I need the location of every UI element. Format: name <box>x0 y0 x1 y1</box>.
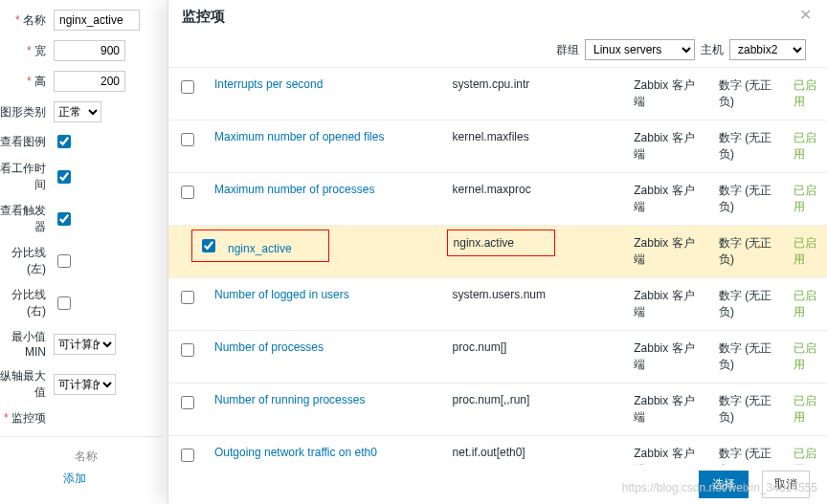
label-percent-right: 分比线(右) <box>0 287 54 319</box>
item-type: Zabbix 客户端 <box>626 173 711 226</box>
item-name-link[interactable]: Maximum number of processes <box>214 183 374 196</box>
item-type: Zabbix 客户端 <box>626 121 711 173</box>
item-status: 已启用 <box>793 289 816 318</box>
table-row: Interrupts per secondsystem.cpu.intrZabb… <box>168 68 827 121</box>
table-row: Maximum number of processeskernel.maxpro… <box>168 173 827 226</box>
row-checkbox[interactable] <box>181 80 194 94</box>
label-worktime: 看工作时间 <box>0 161 54 193</box>
item-name-link[interactable]: nginx_active <box>228 242 292 255</box>
item-name-link[interactable]: Number of processes <box>214 340 324 354</box>
height-input[interactable] <box>54 71 125 92</box>
row-checkbox[interactable] <box>181 133 194 146</box>
item-status: 已启用 <box>793 78 816 108</box>
table-row: Number of running processesproc.num[,,ru… <box>168 383 827 436</box>
items-table-scroll[interactable]: Interrupts per secondsystem.cpu.intrZabb… <box>168 67 827 466</box>
modal-cancel-button[interactable]: 取消 <box>762 471 810 498</box>
item-type: Zabbix 客户端 <box>626 226 711 278</box>
table-row: Number of logged in userssystem.users.nu… <box>168 278 827 331</box>
item-type: Zabbix 客户端 <box>626 383 711 436</box>
item-type: Zabbix 客户端 <box>626 278 711 331</box>
name-input[interactable] <box>54 10 140 31</box>
select-button[interactable]: 选择 <box>699 471 749 498</box>
label-width: 宽 <box>0 43 54 59</box>
row-checkbox[interactable] <box>181 396 194 409</box>
legend-checkbox[interactable] <box>57 135 71 148</box>
item-status: 已启用 <box>793 184 816 213</box>
ymin-select[interactable]: 可计算的 <box>54 334 116 355</box>
label-height: 高 <box>0 74 54 90</box>
graph-type-select[interactable]: 正常 <box>54 101 101 122</box>
percent-right-checkbox[interactable] <box>57 296 71 310</box>
item-data-type: 数字 (无正负) <box>711 436 786 467</box>
item-key: kernel.maxfiles <box>453 130 529 143</box>
item-type: Zabbix 客户端 <box>626 436 711 467</box>
item-key: system.cpu.intr <box>453 77 530 91</box>
item-name-link[interactable]: Number of running processes <box>214 393 365 406</box>
item-type: Zabbix 客户端 <box>626 331 711 383</box>
host-select[interactable]: zabbix2 <box>729 39 806 60</box>
item-status: 已启用 <box>793 236 816 266</box>
item-status: 已启用 <box>793 341 816 371</box>
item-status: 已启用 <box>793 394 816 424</box>
item-data-type: 数字 (无正负) <box>711 226 786 278</box>
add-item-link[interactable]: 添加 <box>63 471 86 485</box>
label-name: 名称 <box>0 12 54 29</box>
label-monitor-item: 监控项 <box>0 410 54 427</box>
item-data-type: 数字 (无正负) <box>711 121 786 173</box>
ymax-select[interactable]: 可计算的 <box>54 374 116 395</box>
label-percent-left: 分比线(左) <box>0 245 54 277</box>
monitor-item-sub: 名称 添加 <box>0 436 163 487</box>
label-legend: 查看图例 <box>0 134 54 150</box>
filter-row: 群组 Linux servers 主机 zabbix2 <box>168 33 827 68</box>
group-label: 群组 <box>556 42 579 58</box>
item-data-type: 数字 (无正负) <box>711 383 786 436</box>
item-name-link[interactable]: Outgoing network traffic on eth0 <box>214 446 377 459</box>
item-name-link[interactable]: Maximum number of opened files <box>214 130 384 143</box>
item-name-link[interactable]: Interrupts per second <box>214 77 323 91</box>
items-table: Interrupts per secondsystem.cpu.intrZabb… <box>168 67 827 466</box>
item-key: proc.num[] <box>453 340 507 354</box>
graph-form: 名称 宽 高 图形类别 正常 查看图例 看工作时间 查看触发器 分比线(左) 分… <box>0 0 163 504</box>
item-name-link[interactable]: Number of logged in users <box>214 288 349 301</box>
sub-name-header: 名称 <box>0 445 163 471</box>
item-key: net.if.out[eth0] <box>453 446 525 459</box>
row-checkbox[interactable] <box>181 449 194 462</box>
table-row: Number of processesproc.num[]Zabbix 客户端数… <box>168 331 827 383</box>
table-row: Maximum number of opened fileskernel.max… <box>168 121 827 173</box>
group-select[interactable]: Linux servers <box>585 39 695 60</box>
item-data-type: 数字 (无正负) <box>711 68 786 121</box>
worktime-checkbox[interactable] <box>57 170 71 184</box>
item-key: kernel.maxproc <box>453 183 531 196</box>
item-key: proc.num[,,run] <box>453 393 530 406</box>
row-checkbox[interactable] <box>181 291 194 304</box>
label-ymax: 纵轴最大值 <box>0 368 54 401</box>
row-checkbox[interactable] <box>202 239 215 252</box>
item-picker-modal: 监控项 ✕ 群组 Linux servers 主机 zabbix2 Interr… <box>168 0 827 504</box>
close-icon[interactable]: ✕ <box>799 8 812 23</box>
label-graph-type: 图形类别 <box>0 104 54 121</box>
table-row: Outgoing network traffic on eth0net.if.o… <box>168 436 827 467</box>
percent-left-checkbox[interactable] <box>57 254 71 268</box>
label-triggers: 查看触发器 <box>0 203 54 235</box>
item-type: Zabbix 客户端 <box>626 68 711 121</box>
modal-title: 监控项 <box>182 8 225 26</box>
host-label: 主机 <box>701 42 724 58</box>
table-row: nginx_activenginx.activeZabbix 客户端数字 (无正… <box>168 226 827 278</box>
row-checkbox[interactable] <box>181 343 194 357</box>
item-data-type: 数字 (无正负) <box>711 278 786 331</box>
width-input[interactable] <box>54 40 125 61</box>
triggers-checkbox[interactable] <box>57 212 71 226</box>
label-ymin: 最小值MIN <box>0 329 54 359</box>
item-data-type: 数字 (无正负) <box>711 173 786 226</box>
item-status: 已启用 <box>793 447 816 466</box>
item-data-type: 数字 (无正负) <box>711 331 786 383</box>
item-status: 已启用 <box>793 131 816 161</box>
item-key: system.users.num <box>453 288 546 301</box>
item-key: nginx.active <box>447 230 555 256</box>
row-checkbox[interactable] <box>181 186 194 199</box>
